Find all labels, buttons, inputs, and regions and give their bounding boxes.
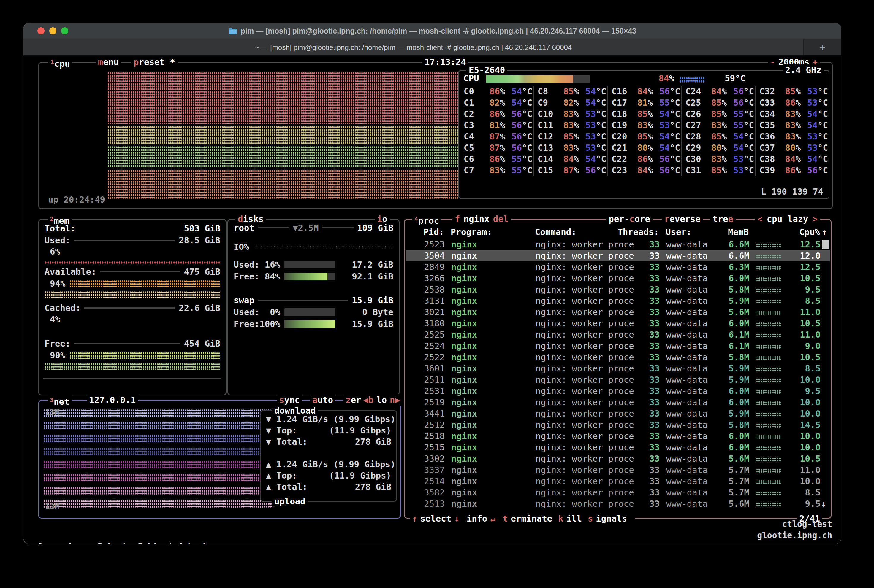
net-scale-bottom: 13M [45, 502, 59, 511]
net-prev-iface-button[interactable]: ◀b [363, 395, 373, 405]
disk-root-used-row: Used: 16%17.2 GiB [234, 259, 393, 270]
per-core-button[interactable]: per-core [606, 213, 653, 225]
net-sync-button[interactable]: sync [277, 394, 302, 405]
cpu-core-row: C487%56°CC1285%53°CC2085%54°CC2885%54°CC… [459, 131, 829, 142]
cpu-mini-graph [755, 367, 781, 371]
process-row[interactable]: 3441nginxnginx: worker proce33www-data5.… [406, 408, 830, 419]
cpu-graph-band-low [107, 146, 458, 167]
process-row[interactable]: 3337nginxnginx: worker proce33www-data5.… [406, 464, 830, 476]
tmux-session-name: ctlog-test [757, 519, 832, 530]
upload-total: ▲ Total:278 GiB [261, 481, 396, 492]
cpu-mini-graph [755, 255, 781, 258]
process-row[interactable]: 2512nginxnginx: worker proce33www-data5.… [406, 419, 830, 430]
cpu-core-cell: C1083%53°C [533, 108, 607, 120]
menu-button[interactable]: menu [96, 56, 121, 68]
process-row[interactable]: 3180nginxnginx: worker proce33www-data6.… [406, 318, 830, 329]
tree-button[interactable]: tree [710, 213, 736, 225]
cpu-box-title[interactable]: 1cpu [48, 56, 72, 69]
preset-button[interactable]: preset * [131, 56, 178, 68]
process-row[interactable]: 2513nginxnginx: worker proce33www-data5.… [406, 498, 830, 509]
proc-filter[interactable]: fnginxdel [453, 213, 511, 225]
cpu-core-cell: C1285%53°C [533, 131, 607, 142]
sort-next-button[interactable]: > [812, 214, 818, 224]
process-row[interactable]: 2525nginxnginx: worker proce33www-data6.… [406, 329, 830, 340]
close-button[interactable] [38, 27, 45, 34]
cpu-core-cell: C3683%53°C [755, 131, 829, 142]
cpu-core-cell: C1587%56°C [533, 165, 607, 176]
col-user[interactable]: User: [666, 227, 691, 237]
proc-scrollbar-thumb[interactable] [822, 240, 829, 249]
sort-column-label: cpu lazy [767, 214, 808, 224]
cpu-mini-graph [755, 356, 781, 360]
cpu-total-meter [486, 75, 590, 83]
col-memb[interactable]: MemB [704, 227, 749, 237]
mem-used-row: Used:28.5 GiB [45, 235, 220, 246]
process-row[interactable]: 3266nginxnginx: worker proce33www-data6.… [406, 273, 830, 284]
process-row[interactable]: 3302nginxnginx: worker proce33www-data5.… [406, 453, 830, 464]
new-tab-button[interactable]: + [803, 39, 841, 56]
process-row[interactable]: 3131nginxnginx: worker proce33www-data5.… [406, 295, 830, 306]
process-row[interactable]: 2518nginxnginx: worker proce33www-data6.… [406, 430, 830, 442]
interval-minus-button[interactable]: - [770, 57, 775, 67]
cpu-core-cell: C182%54°C [459, 97, 533, 108]
terminal-content: 1cpu menu preset * 17:13:24 -2000ms+ up … [23, 56, 841, 544]
col-cpu[interactable]: Cpu% [778, 227, 820, 237]
process-row[interactable]: 3582nginxnginx: worker proce33www-data5.… [406, 487, 830, 498]
mem-divider [44, 378, 221, 380]
col-program[interactable]: Program: [451, 227, 492, 237]
cpu-core-row: C381%56°CC1183%53°CC1983%53°CC2783%55°CC… [459, 120, 829, 131]
cpu-core-cell: C2484%56°C [681, 86, 755, 97]
window-title: pim — [mosh] pim@glootie.ipng.ch: /home/… [228, 27, 636, 35]
process-row[interactable]: 2523nginxnginx: worker proce33www-data6.… [406, 239, 830, 250]
mem-available-pct: 94% [45, 278, 220, 289]
upload-top: ▲ Top:(11.9 Gibps) [261, 470, 396, 481]
process-row[interactable]: 2538nginxnginx: worker proce33www-data5.… [406, 284, 830, 295]
cpu-core-cell: C3083%53°C [681, 153, 755, 165]
tmux-status-bar[interactable]: 0:go 1:go 2:bash- 3:btop* 4:bash 0:bash … [28, 519, 836, 542]
reverse-button[interactable]: reverse [662, 213, 703, 225]
clock: 17:13:24 [422, 56, 468, 68]
process-row[interactable]: 3021nginxnginx: worker proce33www-data5.… [406, 306, 830, 318]
disk-swap-free-bar [284, 320, 335, 328]
proc-box-title[interactable]: 4proc [412, 213, 441, 226]
col-command[interactable]: Command: [535, 227, 576, 237]
active-tab[interactable]: ~ — [mosh] pim@glootie.ipng.ch: /home/pi… [23, 39, 803, 56]
net-next-iface-button[interactable]: n▶ [390, 395, 400, 405]
mem-box: 2mem Total:503 GiB Used:28.5 GiB 6% Avai… [38, 219, 227, 396]
process-row[interactable]: 3504nginxnginx: worker proce33www-data6.… [406, 250, 830, 261]
process-row[interactable]: 2849nginxnginx: worker proce33www-data6.… [406, 261, 830, 273]
cpu-core-cell: C2783%55°C [681, 120, 755, 131]
sort-prev-button[interactable]: < [757, 214, 763, 224]
minimize-button[interactable] [49, 27, 56, 34]
process-row[interactable]: 2514nginxnginx: worker proce33www-data5.… [406, 476, 830, 487]
cpu-core-cell: C3483%54°C [755, 108, 829, 120]
desktop: pim — [mosh] pim@glootie.ipng.ch: /home/… [0, 0, 874, 588]
process-row[interactable]: 3601nginxnginx: worker proce33www-data5.… [406, 363, 830, 374]
cpu-graph-band-base [107, 170, 458, 200]
cpu-mini-graph [755, 502, 781, 506]
process-row[interactable]: 2515nginxnginx: worker proce33www-data6.… [406, 442, 830, 453]
process-row[interactable]: 2511nginxnginx: worker proce33www-data5.… [406, 374, 830, 386]
col-threads[interactable]: Threads: [613, 227, 659, 237]
cpu-core-cell: C2286%56°C [607, 153, 681, 165]
net-auto-button[interactable]: auto [310, 394, 335, 405]
tmux-windows-line1[interactable]: 0:go 1:go 2:bash- 3:btop* 4:bash [38, 541, 243, 544]
cpu-core-row: C686%55°CC1484%54°CC2286%56°CC3083%53°CC… [459, 153, 829, 165]
process-row[interactable]: 2531nginxnginx: worker proce33www-data6.… [406, 386, 830, 397]
cpu-core-cell: C2384%56°C [607, 165, 681, 176]
proc-filter-del-button[interactable]: del [493, 214, 508, 224]
net-scale-top: 13M [45, 408, 59, 417]
cpu-core-cell: C487%56°C [459, 131, 533, 142]
cpu-core-cell: C286%56°C [459, 108, 533, 120]
process-row[interactable]: 2522nginxnginx: worker proce33www-data5.… [406, 351, 830, 363]
sort-column-switch[interactable]: <cpu lazy> [755, 213, 820, 225]
zoom-button[interactable] [61, 27, 68, 34]
cpu-core-cell: C1484%54°C [533, 153, 607, 165]
net-box-title[interactable]: 3net [48, 394, 72, 407]
cpu-mini-graph [755, 345, 781, 349]
col-pid[interactable]: Pid: [405, 227, 444, 237]
sort-direction-icon: ↑ [822, 227, 827, 237]
net-iface-switch[interactable]: ◀blon▶ [361, 394, 403, 405]
process-row[interactable]: 2519nginxnginx: worker proce33www-data6.… [406, 397, 830, 408]
process-row[interactable]: 2524nginxnginx: worker proce33www-data6.… [406, 340, 830, 351]
